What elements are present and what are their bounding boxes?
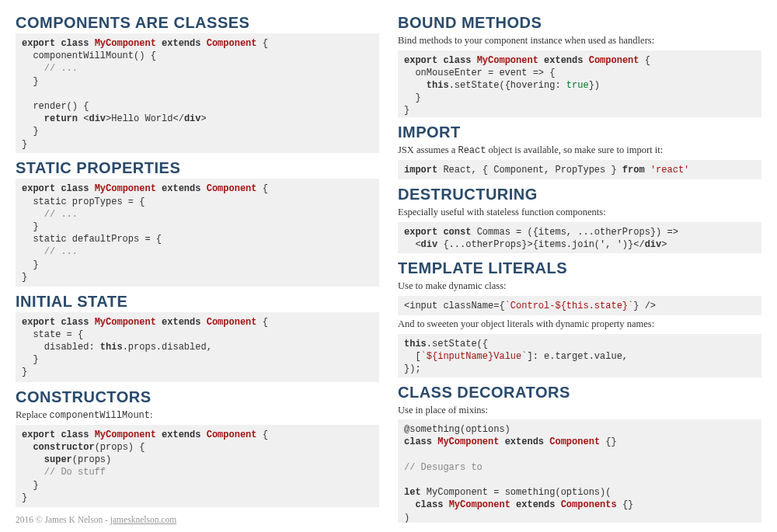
footer-copyright: 2016 © James K Nelson - [16,515,110,524]
heading-destructuring: Destructuring [398,186,761,203]
code-bound-methods: export class MyComponent extends Compone… [398,50,761,118]
footer: 2016 © James K Nelson - jamesknelson.com [16,509,379,524]
code-static-properties: export class MyComponent extends Compone… [16,179,379,286]
desc-template-literals-1: Use to make dynamic class: [398,280,761,294]
inline-code-componentwillmount: componentWillMount [49,410,150,421]
code-class-decorators: @something(options) class MyComponent ex… [398,419,761,523]
desc-constructors: Replace componentWillMount: [16,409,379,422]
code-constructors: export class MyComponent extends Compone… [16,425,379,507]
heading-class-decorators: Class Decorators [398,384,761,402]
left-column: Components are Classes export class MyCo… [16,14,379,524]
desc-bound-methods: Bind methods to your component instance … [398,34,761,48]
heading-bound-methods: Bound Methods [398,14,761,32]
code-initial-state: export class MyComponent extends Compone… [16,312,379,382]
code-destructuring: export const Commas = ({items, ...otherP… [398,222,761,254]
heading-template-literals: Template Literals [398,259,761,277]
right-column: Bound Methods Bind methods to your compo… [398,14,761,524]
desc-template-literals-2: And to sweeten your object literals with… [398,318,761,332]
desc-class-decorators: Use in place of mixins: [398,404,761,418]
heading-constructors: Constructors [16,388,379,406]
inline-code-react: React [458,145,486,156]
heading-import: Import [398,123,761,141]
heading-initial-state: Initial State [16,293,379,311]
code-components-are-classes: export class MyComponent extends Compone… [16,33,379,153]
heading-static-properties: Static Properties [16,159,379,177]
code-import: import React, { Component, PropTypes } f… [398,160,761,179]
desc-destructuring: Especially useful with stateless functio… [398,206,761,220]
desc-import: JSX assumes a React object is available,… [398,144,761,158]
footer-link[interactable]: jamesknelson.com [110,515,176,524]
code-template-literals-2: this.setState({ [`${inputName}Value`]: e… [398,334,761,377]
code-template-literals-1: <input className={`Control-${this.state}… [398,296,761,315]
heading-components-are-classes: Components are Classes [16,14,379,32]
